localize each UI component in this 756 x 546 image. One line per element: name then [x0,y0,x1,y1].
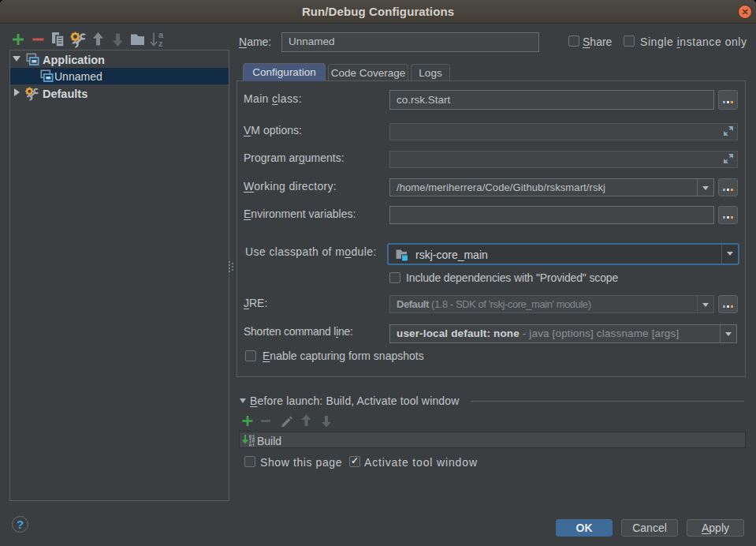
svg-text:z: z [158,39,163,48]
svg-text:01: 01 [249,443,255,447]
